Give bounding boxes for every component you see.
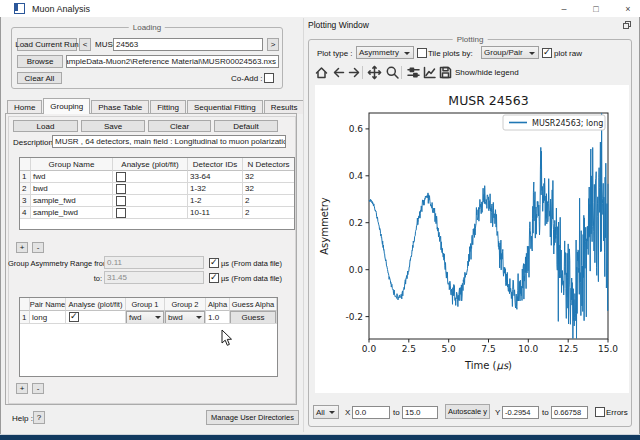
axis-scope-select[interactable]: All	[313, 405, 339, 419]
maximize-button[interactable]: □	[590, 4, 602, 14]
group-table: Group NameAnalyse (plot/fit)Detector IDs…	[19, 157, 295, 230]
svg-text:0.2: 0.2	[349, 218, 363, 228]
analyse-cell	[113, 195, 188, 207]
y-from-input[interactable]: -0.2954	[502, 406, 539, 419]
window-titlebar: Muon Analysis – □ ×	[0, 0, 640, 17]
svg-text:Time (μs): Time (μs)	[464, 360, 512, 372]
back-icon[interactable]	[331, 65, 346, 80]
n-detectors-cell: 32	[243, 171, 295, 183]
customize-icon[interactable]	[422, 65, 437, 80]
browse-button[interactable]: Browse	[17, 55, 63, 68]
tab-home[interactable]: Home	[7, 100, 42, 114]
loading-group-title: Loading	[129, 23, 165, 32]
svg-text:2.5: 2.5	[402, 344, 416, 354]
plot-raw-label: plot raw	[554, 49, 582, 58]
group-table-header: Analyse (plot/fit)	[113, 158, 188, 171]
home-icon[interactable]	[314, 65, 329, 80]
save-grouping-button[interactable]: Save	[81, 120, 145, 132]
group-remove-button[interactable]: -	[32, 242, 44, 253]
group-name-cell[interactable]: sample_fwd	[31, 195, 113, 207]
forward-icon[interactable]	[347, 65, 362, 80]
app-icon	[14, 3, 25, 14]
plot-type-select[interactable]: Asymmetry	[356, 46, 414, 59]
subplots-icon[interactable]	[406, 65, 421, 80]
clear-all-button[interactable]: Clear All	[17, 72, 62, 84]
pan-icon[interactable]	[367, 65, 382, 80]
group-table-row: 4sample_bwd10-112	[20, 207, 294, 219]
dock-float-icon[interactable]	[623, 21, 631, 29]
group-name-cell[interactable]: bwd	[31, 183, 113, 195]
help-button[interactable]: ?	[33, 411, 45, 424]
detector-ids-cell[interactable]: 10-11	[188, 207, 243, 219]
analyse-checkbox[interactable]	[116, 196, 126, 206]
svg-text:MUSR 24563: MUSR 24563	[448, 93, 528, 108]
errors-checkbox[interactable]	[595, 407, 605, 417]
muon-analysis-window: Muon Analysis – □ × Loading Load Current…	[0, 0, 640, 440]
analyse-checkbox[interactable]	[116, 184, 126, 194]
analyse-checkbox[interactable]	[116, 208, 126, 218]
load-grouping-button[interactable]: Load	[13, 120, 78, 132]
file-path-field[interactable]: lantid Docs\SampleData-Muon2\Reference M…	[66, 55, 279, 68]
x-from-input[interactable]: 0.0	[352, 406, 390, 419]
from-data-file-checkbox-1[interactable]	[209, 258, 219, 268]
load-current-run-button[interactable]: Load Current Run	[17, 38, 77, 51]
clear-grouping-button[interactable]: Clear	[148, 120, 211, 132]
minimize-button[interactable]: –	[558, 4, 570, 14]
group-table-row: 2bwd1-3232	[20, 183, 294, 195]
close-button[interactable]: ×	[622, 4, 634, 14]
group-name-cell[interactable]: fwd	[31, 171, 113, 183]
detector-ids-cell[interactable]: 1-2	[188, 195, 243, 207]
run-number-input[interactable]: 24563	[113, 38, 263, 51]
svg-text:5.0: 5.0	[442, 344, 457, 354]
group-name-cell[interactable]: sample_bwd	[31, 207, 113, 219]
grouping-tab-pane: LoadSaveClearDefault Description : MUSR …	[5, 113, 297, 405]
description-field[interactable]: MUSR , 64 detectors, main field : Longit…	[52, 135, 286, 148]
pair-name-cell[interactable]: long	[30, 311, 66, 324]
tile-plots-label: Tile plots by:	[428, 49, 473, 58]
tab-results[interactable]: Results	[264, 100, 305, 114]
group2-select[interactable]: bwd	[165, 311, 205, 324]
autoscale-y-button[interactable]: Autoscale y	[445, 404, 490, 419]
pair-analyse-checkbox[interactable]	[69, 312, 79, 322]
from-data-file-checkbox-2[interactable]	[209, 273, 219, 283]
analyse-cell	[66, 311, 126, 324]
save-icon[interactable]	[438, 65, 453, 80]
plot-figure[interactable]: 0.02.55.07.510.012.515.0-0.20.00.20.40.6…	[315, 85, 629, 393]
y-range-label: Y	[495, 408, 500, 417]
plot-raw-checkbox[interactable]	[542, 48, 552, 58]
y-to-label: to	[542, 408, 549, 417]
group1-select[interactable]: fwd	[126, 311, 164, 324]
tab-fitting[interactable]: Fitting	[150, 100, 186, 114]
asymmetry-range-to-input[interactable]: 31.45	[104, 271, 204, 284]
alpha-cell[interactable]: 1.0	[206, 311, 230, 324]
window-title: Muon Analysis	[32, 4, 90, 14]
tab-phase-table[interactable]: Phase Table	[91, 100, 149, 114]
x-to-input[interactable]: 15.0	[402, 406, 438, 419]
pair-table-header: Pair Name	[30, 298, 66, 311]
previous-run-button[interactable]: <	[79, 38, 91, 51]
group1-cell: fwd	[126, 311, 165, 324]
pair-add-button[interactable]: +	[16, 383, 28, 394]
analyse-checkbox[interactable]	[116, 172, 126, 182]
analyse-cell	[113, 171, 188, 183]
guess-button[interactable]: Guess	[230, 311, 276, 324]
tab-sequential-fitting[interactable]: Sequential Fitting	[187, 100, 263, 114]
tile-plots-checkbox[interactable]	[417, 48, 427, 58]
coadd-checkbox[interactable]	[264, 73, 274, 83]
pair-table-header: Alpha	[206, 298, 230, 311]
show-hide-legend-button[interactable]: Show/hide legend	[455, 68, 519, 77]
zoom-icon[interactable]	[385, 65, 400, 80]
default-grouping-button[interactable]: Default	[214, 120, 278, 132]
pair-remove-button[interactable]: -	[32, 383, 44, 394]
svg-text:0.0: 0.0	[362, 344, 377, 354]
row-number-cell: 2	[20, 183, 31, 195]
next-run-button[interactable]: >	[267, 38, 279, 51]
manage-user-directories-button[interactable]: Manage User Directories	[206, 410, 299, 425]
tab-grouping[interactable]: Grouping	[43, 98, 90, 114]
y-to-input[interactable]: 0.66758	[551, 406, 588, 419]
group-add-button[interactable]: +	[16, 242, 28, 253]
tile-by-select[interactable]: Group/Pair	[481, 46, 539, 59]
asymmetry-range-from-input[interactable]: 0.11	[104, 256, 204, 269]
detector-ids-cell[interactable]: 1-32	[188, 183, 243, 195]
detector-ids-cell[interactable]: 33-64	[188, 171, 243, 183]
